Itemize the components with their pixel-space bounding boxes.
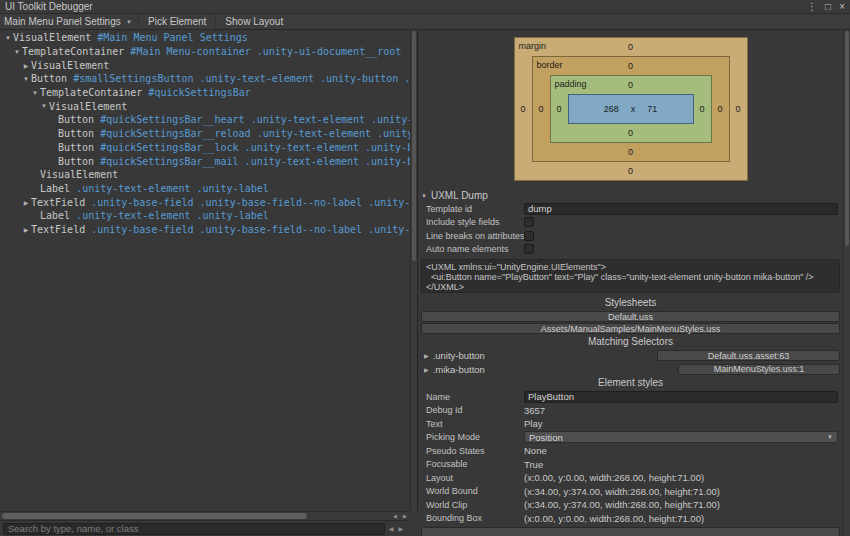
tree-row[interactable]: Label .unity-text-element .unity-label (0, 209, 410, 223)
element-classes: .unity-ui-document__root (257, 46, 402, 57)
tree-row[interactable]: ▼ Button #smallSettingsButton .unity-tex… (0, 72, 410, 86)
tree-row[interactable]: ▶ TextField .unity-base-field .unity-bas… (0, 195, 410, 209)
search-input[interactable] (3, 523, 385, 535)
include-style-fields-checkbox[interactable] (524, 217, 534, 227)
border-label: border (537, 60, 563, 70)
selector-source-button[interactable]: MainMenuStyles.uss:1 (678, 364, 840, 375)
tree-row[interactable]: Button #quickSettingsBar__lock .unity-te… (0, 141, 410, 155)
tree-row[interactable]: ▼ VisualElement #Main Menu Panel Setting… (0, 31, 410, 45)
scrollbar-track[interactable] (0, 512, 390, 520)
expand-arrow-icon[interactable]: ▼ (21, 76, 31, 82)
padding-label: padding (555, 79, 587, 89)
element-type: Button (31, 73, 67, 84)
element-classes: .unity-base-field .unity-base-field--no-… (91, 224, 410, 235)
pick-element-button[interactable]: Pick Element (138, 14, 215, 29)
selector-foldout[interactable]: ▶ .mika-button (424, 364, 485, 375)
selector-name: .unity-button (433, 350, 485, 361)
panel-selector-dropdown[interactable]: Main Menu Panel Settings ▼ (0, 14, 138, 29)
next-section-bar[interactable] (421, 527, 840, 536)
chevron-down-icon: ▼ (827, 434, 833, 440)
tree-row[interactable]: Button #quickSettingsBar__heart .unity-t… (0, 113, 410, 127)
expand-arrow-icon[interactable]: ▼ (30, 90, 40, 96)
search-prev-icon[interactable]: ◀ (389, 525, 394, 532)
stylesheet-item[interactable]: Default.uss (421, 311, 840, 322)
element-name: #Main Menu Panel Settings (97, 32, 248, 43)
element-type: Button (58, 142, 94, 153)
tree-row[interactable]: Button #quickSettingsBar__mail .unity-te… (0, 154, 410, 168)
show-layout-button[interactable]: Show Layout (215, 14, 292, 29)
element-name: #Main Menu-container (130, 46, 250, 57)
tree-row[interactable]: VisualElement (0, 168, 410, 182)
selector-source-button[interactable]: Default.uss.asset:63 (657, 350, 840, 361)
search-next-icon[interactable]: ▶ (398, 525, 403, 532)
expand-arrow-icon[interactable]: ▼ (3, 35, 13, 41)
margin-right-value: 0 (730, 56, 747, 162)
margin-top-value: 0 (628, 42, 633, 52)
border-right-value: 0 (712, 75, 729, 143)
bounding-box-value: (x:0.00, y:0.00, width:268.00, height:71… (524, 513, 704, 524)
uxml-dump-foldout[interactable]: ▼ UXML Dump (418, 189, 843, 202)
pseudo-states-label: Pseudo States (426, 446, 524, 456)
maximize-icon[interactable]: □ (825, 1, 831, 13)
tree-row[interactable]: ▼ VisualElement (0, 99, 410, 113)
expand-arrow-icon[interactable]: ▶ (21, 62, 31, 69)
scroll-right-icon[interactable]: ▶ (400, 512, 410, 520)
pseudo-states-value: None (524, 445, 547, 456)
tree-vertical-scrollbar[interactable] (410, 30, 418, 511)
foldout-arrow-icon: ▶ (424, 352, 429, 359)
padding-left-value: 0 (551, 94, 568, 124)
selector-foldout[interactable]: ▶ .unity-button (424, 350, 485, 361)
element-type: Label (40, 183, 70, 194)
menu-icon[interactable]: ⋮ (807, 1, 817, 13)
tree-row[interactable]: ▼ TemplateContainer #Main Menu-container… (0, 45, 410, 59)
tree-row[interactable]: Button #quickSettingsBar__reload .unity-… (0, 127, 410, 141)
box-model-margin: margin 0 0 border 0 0 (514, 37, 748, 181)
ui-toolkit-debugger-window: UI Toolkit Debugger ⋮ □ × Main Menu Pane… (0, 0, 850, 536)
show-layout-label: Show Layout (225, 16, 283, 27)
scrollbar-thumb[interactable] (845, 31, 849, 246)
element-type: Button (58, 128, 94, 139)
template-id-input[interactable] (524, 203, 838, 215)
world-bound-value: (x:34.00, y:374.00, width:268.00, height… (524, 486, 720, 497)
picking-mode-dropdown[interactable]: Position ▼ (524, 431, 838, 443)
element-type: TextField (31, 224, 85, 235)
tree-horizontal-scrollbar[interactable]: ◀ ▶ (0, 511, 410, 520)
code-line: </UXML> (426, 282, 835, 292)
foldout-arrow-icon: ▼ (421, 193, 427, 199)
padding-right-value: 0 (694, 94, 711, 124)
content-height: 71 (647, 104, 657, 114)
tree-row[interactable]: ▶ TextField .unity-base-field .unity-bas… (0, 223, 410, 237)
scroll-left-icon[interactable]: ◀ (390, 512, 400, 520)
name-input[interactable] (524, 391, 838, 403)
scrollbar-thumb[interactable] (412, 31, 416, 261)
close-icon[interactable]: × (839, 1, 845, 13)
debugger-toolbar: Main Menu Panel Settings ▼ Pick Element … (0, 14, 850, 30)
template-id-label: Template id (426, 204, 524, 214)
search-result-nav: ◀ ▶ (385, 525, 407, 532)
line-breaks-checkbox[interactable] (524, 231, 534, 241)
code-line: <UXML xmlns:ui="UnityEngine.UIElements"> (426, 262, 835, 272)
expand-arrow-icon[interactable]: ▶ (21, 199, 31, 206)
tree-row[interactable]: ▶ VisualElement (0, 58, 410, 72)
auto-name-elements-checkbox[interactable] (524, 244, 534, 254)
world-clip-label: World Clip (426, 500, 524, 510)
focusable-label: Focusable (426, 459, 524, 469)
details-vertical-scrollbar[interactable] (843, 30, 850, 536)
pick-element-label: Pick Element (148, 16, 206, 27)
scrollbar-thumb[interactable] (2, 513, 307, 519)
debug-id-label: Debug Id (426, 405, 524, 415)
name-label: Name (426, 392, 524, 402)
expand-arrow-icon[interactable]: ▼ (39, 103, 49, 109)
content-width: 268 (604, 104, 619, 114)
padding-bottom-value: 0 (551, 124, 711, 142)
stylesheet-item[interactable]: Assets/ManualSamples/MainMenuStyles.uss (421, 323, 840, 334)
expand-arrow-icon[interactable]: ▼ (12, 49, 22, 55)
layout-value: (x:0.00, y:0.00, width:268.00, height:71… (524, 472, 704, 483)
element-name: #smallSettingsButton (73, 73, 193, 84)
tree-row[interactable]: Label .unity-text-element .unity-label (0, 182, 410, 196)
hierarchy-panel: ▼ VisualElement #Main Menu Panel Setting… (0, 30, 410, 511)
expand-arrow-icon[interactable]: ▶ (21, 226, 31, 233)
code-line: <ui:Button name="PlayButton" text="Play"… (426, 272, 835, 282)
tree-row[interactable]: ▼ TemplateContainer #quickSettingsBar (0, 86, 410, 100)
element-classes: .unity-text-element .unity-button . (245, 156, 410, 167)
